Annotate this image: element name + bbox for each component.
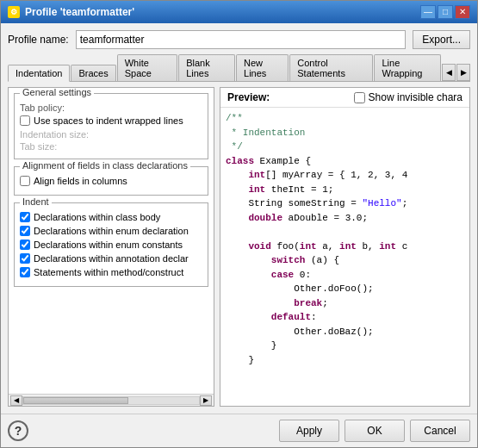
tabs-prev-button[interactable]: ◀	[442, 64, 456, 81]
indent-checkbox-2[interactable]	[20, 240, 30, 250]
bottom-right-buttons: Apply OK Cancel	[279, 420, 470, 442]
indent-label-4: Statements within method/construct	[34, 267, 183, 277]
alignment-group: Alignment of fields in class declaration…	[14, 166, 208, 196]
window-icon: ⚙	[8, 6, 20, 18]
close-button[interactable]: ✕	[455, 5, 470, 19]
show-invisible-checkbox[interactable]	[354, 92, 365, 103]
indent-title: Indent	[20, 196, 52, 207]
profile-name-input[interactable]	[76, 30, 407, 49]
right-panel: Preview: Show invisible chara /** * Inde…	[220, 87, 470, 407]
cancel-button[interactable]: Cancel	[410, 420, 470, 442]
tab-indentation[interactable]: Indentation	[8, 65, 70, 82]
content-area: Profile name: Export... Indentation Brac…	[1, 23, 477, 414]
hscroll-right-button[interactable]: ▶	[200, 395, 212, 406]
main-panel: General settings Tab policy: Use spaces …	[8, 87, 470, 407]
alignment-content: Align fields in columns	[20, 176, 202, 186]
title-controls: — □ ✕	[420, 5, 470, 19]
preview-header: Preview: Show invisible chara	[220, 88, 469, 108]
use-spaces-label: Use spaces to indent wrapped lines	[34, 115, 183, 126]
indent-checkbox-0[interactable]	[20, 212, 30, 222]
left-scroll-area[interactable]: General settings Tab policy: Use spaces …	[9, 88, 214, 394]
title-bar: ⚙ Profile 'teamformatter' — □ ✕	[1, 1, 477, 23]
align-fields-row: Align fields in columns	[20, 176, 202, 186]
hscroll-left-button[interactable]: ◀	[10, 395, 22, 406]
tabs-next-button[interactable]: ▶	[456, 64, 470, 81]
indent-checkbox-3[interactable]	[20, 253, 30, 264]
tab-line-wrapping[interactable]: Line Wrapping	[374, 54, 441, 81]
tab-new-lines[interactable]: New Lines	[236, 54, 289, 81]
indent-item-2: Declarations within enum constants	[20, 240, 202, 250]
maximize-button[interactable]: □	[438, 5, 453, 19]
apply-button[interactable]: Apply	[279, 420, 339, 442]
minimize-button[interactable]: —	[420, 5, 436, 19]
preview-label: Preview:	[227, 91, 270, 103]
export-button[interactable]: Export...	[413, 30, 470, 49]
profile-row: Profile name: Export...	[8, 30, 470, 49]
tab-white-space[interactable]: White Space	[117, 54, 177, 81]
window: ⚙ Profile 'teamformatter' — □ ✕ Profile …	[0, 0, 478, 448]
indent-item-3: Declarations within annotation declar	[20, 253, 202, 264]
tabs-nav: ◀ ▶	[442, 64, 470, 81]
preview-code: /** * Indentation */ class Example { int…	[220, 108, 469, 406]
align-fields-checkbox[interactable]	[20, 176, 30, 186]
ok-button[interactable]: OK	[345, 420, 405, 442]
hscroll-thumb	[23, 397, 128, 404]
tab-policy-label: Tab policy:	[20, 103, 202, 113]
align-fields-label: Align fields in columns	[34, 176, 127, 186]
show-invisible-label: Show invisible chara	[369, 91, 462, 103]
indent-label-0: Declarations within class body	[34, 212, 160, 222]
help-button[interactable]: ?	[8, 420, 28, 441]
tabs-container: Indentation Braces White Space Blank Lin…	[8, 54, 470, 82]
show-invisible-row: Show invisible chara	[354, 91, 462, 103]
indent-group: Indent Declarations within class body De…	[14, 202, 208, 287]
tab-braces[interactable]: Braces	[71, 65, 115, 81]
indent-item-4: Statements within method/construct	[20, 267, 202, 277]
use-spaces-row: Use spaces to indent wrapped lines	[20, 115, 202, 126]
indent-item-1: Declarations within enum declaration	[20, 226, 202, 236]
general-settings-group: General settings Tab policy: Use spaces …	[14, 93, 208, 159]
left-hscroll: ◀ ▶	[9, 394, 214, 406]
general-settings-title: General settings	[20, 88, 94, 97]
title-bar-left: ⚙ Profile 'teamformatter'	[8, 6, 134, 18]
indentation-size-label: Indentation size:	[20, 129, 202, 140]
indent-checkbox-4[interactable]	[20, 267, 30, 277]
tab-size-label: Tab size:	[20, 141, 202, 152]
profile-name-label: Profile name:	[8, 34, 69, 46]
indent-item-0: Declarations within class body	[20, 212, 202, 222]
tab-control-statements[interactable]: Control Statements	[289, 54, 373, 81]
indent-label-1: Declarations within enum declaration	[34, 226, 189, 236]
use-spaces-checkbox[interactable]	[20, 115, 30, 126]
indent-content: Declarations within class body Declarati…	[20, 212, 202, 277]
indent-label-2: Declarations within enum constants	[34, 240, 183, 250]
left-panel: General settings Tab policy: Use spaces …	[8, 87, 214, 407]
window-title: Profile 'teamformatter'	[25, 6, 134, 18]
alignment-title: Alignment of fields in class declaration…	[20, 160, 190, 171]
bottom-bar: ? Apply OK Cancel	[1, 414, 477, 447]
indent-label-3: Declarations within annotation declar	[34, 253, 189, 264]
indent-checkbox-1[interactable]	[20, 226, 30, 236]
hscroll-track	[22, 396, 200, 405]
general-settings-content: Tab policy: Use spaces to indent wrapped…	[20, 103, 202, 152]
tab-blank-lines[interactable]: Blank Lines	[178, 54, 235, 81]
